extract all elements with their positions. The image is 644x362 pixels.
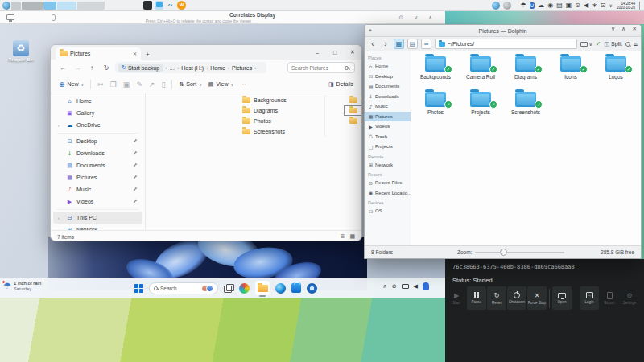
sidebar-item-documents[interactable]: ▤Documents bbox=[53, 159, 142, 171]
folder-item-screenshots[interactable]: Screenshots bbox=[237, 126, 292, 137]
sidebar-item-onedrive[interactable]: ›☁OneDrive bbox=[53, 119, 142, 131]
paste-icon[interactable]: ▣ bbox=[123, 80, 130, 88]
folder-item-photos[interactable]: ✓Photos bbox=[413, 92, 458, 115]
maximize-button[interactable]: □ bbox=[326, 50, 344, 56]
display-tray-icon[interactable] bbox=[402, 284, 409, 289]
place-recent-files[interactable]: ⊙Recent Files bbox=[365, 178, 411, 188]
terminal-icon[interactable] bbox=[143, 1, 152, 10]
place-desktop[interactable]: ⊡Desktop bbox=[365, 72, 411, 82]
file-explorer-taskbar-icon[interactable] bbox=[255, 281, 270, 295]
split-button[interactable]: ◫Split bbox=[604, 41, 621, 47]
microsoft-store-icon[interactable] bbox=[291, 283, 301, 293]
task-entry[interactable] bbox=[22, 2, 43, 10]
new-button[interactable]: ⊕ New ∨ bbox=[59, 80, 84, 88]
dolphin-title-bar[interactable]: ⌖ Pictures — Dolphin ∨ ∧ ✕ bbox=[365, 25, 641, 37]
details-view-toggle-icon[interactable]: ≣ bbox=[341, 233, 345, 240]
network-offline-icon[interactable]: ⊘ bbox=[392, 283, 397, 290]
close-button[interactable]: ✕ bbox=[632, 26, 637, 32]
details-view-button[interactable]: ≡ bbox=[421, 39, 431, 49]
chevron-up-icon[interactable]: ∧ bbox=[428, 13, 432, 23]
tray-app-blue-icon[interactable] bbox=[492, 2, 500, 10]
start-backup-button[interactable]: ↻ Start backup bbox=[118, 64, 163, 72]
notification-bell-icon[interactable] bbox=[423, 282, 429, 290]
search-input[interactable] bbox=[291, 65, 345, 71]
icons-view-toggle-icon[interactable]: ▦ bbox=[349, 233, 355, 240]
tray-expand-chevron[interactable]: ∨ bbox=[609, 2, 613, 10]
explorer-tab-pictures[interactable]: Pictures ✕ bbox=[56, 47, 141, 60]
sidebar-item-videos[interactable]: ▶Videos bbox=[53, 195, 142, 208]
search-icon[interactable] bbox=[625, 42, 630, 47]
code-app-icon[interactable]: ‹› bbox=[166, 1, 175, 10]
display-icon[interactable]: ⊡ bbox=[601, 2, 606, 10]
folder-item-projects[interactable]: Projects bbox=[344, 116, 362, 126]
cloud-sync-icon[interactable]: ☁ bbox=[538, 2, 544, 10]
sidebar-item-gallery[interactable]: ▣Gallery bbox=[53, 107, 142, 119]
bluetooth-icon[interactable]: ∗ bbox=[592, 2, 597, 10]
tray-app-gray-icon[interactable] bbox=[503, 2, 511, 10]
folder-item-logos-selected[interactable]: Logos bbox=[344, 105, 362, 116]
minimize-button[interactable]: ∨ bbox=[611, 26, 615, 32]
task-entry[interactable] bbox=[57, 2, 76, 10]
breadcrumb-home[interactable]: Home bbox=[210, 65, 225, 71]
place-os-device[interactable]: ⊟OS bbox=[365, 206, 411, 216]
back-button[interactable]: ← bbox=[57, 64, 68, 72]
folder-item-photos[interactable]: Photos bbox=[237, 116, 292, 126]
u-badge-icon[interactable]: U bbox=[530, 2, 535, 9]
cut-icon[interactable]: ✂ bbox=[97, 80, 104, 88]
zoom-slider-handle[interactable] bbox=[500, 249, 507, 256]
breadcrumb-host[interactable]: Host (H:) bbox=[181, 65, 204, 71]
back-button[interactable]: ‹ bbox=[368, 39, 378, 50]
sidebar-item-pictures[interactable]: ▦Pictures bbox=[53, 171, 142, 183]
icons-view-button[interactable]: ▦ bbox=[394, 39, 404, 49]
open-display-button[interactable]: Open bbox=[552, 286, 572, 310]
hidden-icons-chevron[interactable]: ∧ bbox=[383, 283, 387, 290]
clipboard-icon[interactable]: ▤ bbox=[556, 2, 563, 10]
place-recent-locations[interactable]: ◉Recent Locatio... bbox=[365, 188, 411, 199]
archive-icon[interactable]: ▣ bbox=[566, 2, 572, 10]
taskbar-search[interactable]: Search bbox=[149, 282, 218, 294]
place-music[interactable]: ♪Music bbox=[365, 101, 411, 112]
chevron-down-icon[interactable]: ∨ bbox=[414, 13, 418, 23]
settings-button[interactable]: ⚙Settings bbox=[620, 286, 639, 310]
record-icon[interactable]: ◉ bbox=[547, 2, 553, 10]
tab-close-icon[interactable]: ✕ bbox=[133, 51, 137, 56]
folder-item-screenshots[interactable]: ✓Screenshots bbox=[503, 92, 548, 115]
taskbar-weather-widget[interactable]: ☂ 1 inch of rain Saturday bbox=[3, 281, 41, 291]
refresh-button[interactable]: ↻ bbox=[101, 64, 112, 72]
up-button[interactable]: ↑ bbox=[86, 64, 97, 72]
rename-icon[interactable]: ✎ bbox=[136, 80, 142, 88]
recycle-bin-desktop-icon[interactable]: ♻ Recycle Bin bbox=[3, 40, 39, 62]
sort-button[interactable]: ⇅ Sort ∨ bbox=[179, 81, 201, 88]
folder-item-diagrams[interactable]: ✓Diagrams bbox=[503, 56, 548, 80]
explorer-file-list[interactable]: Backgrounds Diagrams Photos Screenshots … bbox=[146, 93, 361, 230]
sidebar-item-this-pc[interactable]: ›⊟This PC bbox=[53, 212, 142, 224]
minimize-button[interactable]: – bbox=[308, 50, 326, 56]
dolphin-folder-view[interactable]: ✓Backgrounds ✓Camera Roll ✓Diagrams ✓Ico… bbox=[411, 51, 641, 247]
place-downloads[interactable]: ↓Downloads bbox=[365, 92, 411, 102]
folder-item-camera-roll[interactable]: Camera Roll bbox=[344, 95, 362, 105]
breadcrumb[interactable]: ↻ Start backup › … › Host (H:) › Home › … bbox=[115, 62, 266, 73]
start-button[interactable] bbox=[134, 284, 143, 293]
folder-item-camera-roll[interactable]: ✓Camera Roll bbox=[458, 56, 503, 80]
copilot-icon[interactable] bbox=[239, 283, 250, 294]
w-app-icon[interactable]: W bbox=[177, 1, 186, 10]
view-button[interactable]: ▤ View ∨ bbox=[208, 81, 233, 88]
shutdown-vm-button[interactable]: Shutdown bbox=[507, 286, 526, 310]
task-entry[interactable] bbox=[77, 2, 105, 10]
task-entry-active[interactable] bbox=[43, 2, 56, 10]
folder-item-icons[interactable]: ✓Icons bbox=[548, 56, 593, 80]
place-pictures-selected[interactable]: ▦Pictures bbox=[365, 112, 411, 122]
clock-widget[interactable]: 14:28:44 2020-10-26 bbox=[617, 2, 635, 10]
forward-button[interactable]: › bbox=[381, 39, 390, 50]
show-desktop-button[interactable] bbox=[639, 2, 644, 10]
pin-icon[interactable]: ⌖ bbox=[369, 27, 372, 34]
sidebar-item-desktop[interactable]: ⊡Desktop bbox=[53, 135, 142, 147]
copy-icon[interactable]: ❐ bbox=[110, 80, 117, 88]
place-trash[interactable]: ♺Trash bbox=[365, 132, 411, 142]
delete-icon[interactable]: ▯ bbox=[161, 80, 165, 88]
place-home[interactable]: ⌂Home bbox=[365, 61, 411, 72]
place-network[interactable]: ⊞Network bbox=[365, 160, 411, 171]
maximize-button[interactable]: ∧ bbox=[621, 26, 625, 32]
new-tab-button[interactable]: + bbox=[146, 51, 150, 60]
task-view-button[interactable] bbox=[224, 284, 233, 292]
